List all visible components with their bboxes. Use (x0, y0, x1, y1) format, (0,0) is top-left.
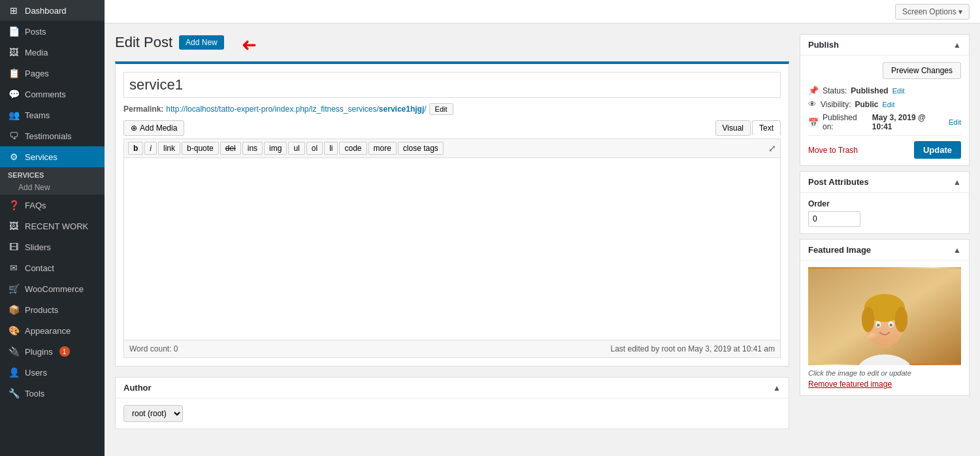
sidebar-item-faqs[interactable]: ❓ FAQs (0, 195, 105, 216)
status-edit-link[interactable]: Edit (892, 87, 905, 95)
calendar-icon: 📅 (808, 118, 819, 127)
sidebar-item-users[interactable]: 👤 Users (0, 362, 105, 383)
sidebar-item-pages[interactable]: 📋 Pages (0, 63, 105, 84)
dashboard-icon: ⊞ (8, 5, 20, 16)
sidebar-item-tools[interactable]: 🔧 Tools (0, 383, 105, 404)
expand-icon[interactable]: ⤢ (768, 143, 776, 154)
post-attributes-header[interactable]: Post Attributes ▲ (800, 172, 969, 193)
publish-box: Publish ▲ Preview Changes 📌 Status: Publ… (800, 34, 970, 166)
order-input[interactable] (808, 211, 860, 227)
published-date: May 3, 2019 @ 10:41 (872, 113, 945, 131)
sidebar-services-add-new[interactable]: Add New (0, 180, 105, 195)
ul-button[interactable]: ul (288, 142, 304, 155)
permalink-slug: service1hjgj (379, 105, 424, 114)
sidebar-item-label: Services (25, 152, 57, 162)
appearance-icon: 🎨 (8, 325, 20, 336)
move-to-trash-link[interactable]: Move to Trash (808, 146, 858, 155)
sidebar-item-label: Products (25, 305, 58, 315)
li-button[interactable]: li (324, 142, 338, 155)
visual-text-tabs: Visual Text (715, 120, 781, 136)
preview-changes-button[interactable]: Preview Changes (883, 62, 961, 79)
publish-collapse-icon: ▲ (953, 41, 961, 50)
faqs-icon: ❓ (8, 200, 20, 210)
text-editor-area[interactable] (123, 157, 781, 340)
preview-changes-row: Preview Changes (808, 62, 961, 79)
post-title-input[interactable] (123, 72, 781, 98)
featured-image-thumbnail[interactable] (808, 267, 961, 365)
bold-button[interactable]: b (128, 142, 143, 155)
services-icon: ⚙ (8, 152, 20, 162)
contact-icon: ✉ (8, 263, 20, 273)
products-icon: 📦 (8, 304, 20, 315)
sidebar-item-media[interactable]: 🖼 Media (0, 42, 105, 63)
remove-featured-image-link[interactable]: Remove featured image (808, 380, 961, 389)
ol-button[interactable]: ol (306, 142, 323, 155)
sidebar-item-label: Sliders (25, 242, 51, 252)
published-edit-link[interactable]: Edit (949, 118, 961, 126)
permalink-edit-button[interactable]: Edit (429, 103, 453, 115)
b-quote-button[interactable]: b-quote (182, 142, 219, 155)
sidebar-item-products[interactable]: 📦 Products (0, 299, 105, 320)
code-button[interactable]: code (339, 142, 367, 155)
link-button[interactable]: link (158, 142, 180, 155)
sidebar-item-label: Comments (25, 90, 66, 99)
page-title: Edit Post (115, 34, 172, 51)
screen-options-button[interactable]: Screen Options ▾ (895, 4, 970, 20)
svg-point-6 (895, 306, 908, 332)
sidebar-item-woocommerce[interactable]: 🛒 WooCommerce (0, 278, 105, 299)
visibility-label: Visibility: (821, 100, 851, 109)
more-button[interactable]: more (368, 142, 397, 155)
sidebar-item-label: Contact (25, 263, 54, 273)
featured-image-collapse-icon: ▲ (953, 246, 961, 255)
published-label: Published on: (823, 113, 868, 131)
del-button[interactable]: del (220, 142, 241, 155)
editor-toolbar: ⊕ Add Media Visual Text (123, 120, 781, 136)
svg-point-10 (889, 323, 892, 327)
sidebar-item-comments[interactable]: 💬 Comments (0, 84, 105, 105)
text-tab[interactable]: Text (752, 120, 781, 136)
word-count: Word count: 0 (129, 344, 178, 353)
sidebar-item-recent-work[interactable]: 🖼 RECENT WORK (0, 216, 105, 236)
sidebar-item-dashboard[interactable]: ⊞ Dashboard (0, 0, 105, 21)
ins-button[interactable]: ins (242, 142, 263, 155)
editor-status-bar: Word count: 0 Last edited by root on May… (123, 340, 781, 358)
add-new-button[interactable]: Add New (179, 35, 224, 50)
visibility-edit-link[interactable]: Edit (882, 101, 894, 108)
visual-tab[interactable]: Visual (715, 120, 751, 136)
sidebar-item-testimonials[interactable]: 🗨 Testimonials (0, 125, 105, 146)
sidebar: ⊞ Dashboard 📄 Posts 🖼 Media 📋 Pages 💬 Co… (0, 0, 105, 456)
media-plus-icon: ⊕ (131, 123, 137, 133)
content-area: Edit Post Add New ➜ Permalink: http://lo… (105, 24, 980, 456)
featured-image-box: Featured Image ▲ (800, 239, 970, 396)
sidebar-item-services[interactable]: ⚙ Services (0, 146, 105, 167)
sidebar-item-label: Media (25, 48, 48, 57)
img-button[interactable]: img (264, 142, 287, 155)
add-media-button[interactable]: ⊕ Add Media (123, 120, 184, 136)
publish-box-title: Publish (808, 40, 839, 50)
author-select[interactable]: root (root) (123, 405, 183, 422)
sidebar-item-posts[interactable]: 📄 Posts (0, 21, 105, 42)
close-tags-button[interactable]: close tags (398, 142, 444, 155)
featured-image-svg (808, 267, 961, 365)
sidebar-item-appearance[interactable]: 🎨 Appearance (0, 320, 105, 341)
svg-point-9 (877, 323, 880, 327)
media-icon: 🖼 (8, 47, 20, 57)
update-button[interactable]: Update (914, 141, 961, 159)
sidebar-item-contact[interactable]: ✉ Contact (0, 257, 105, 278)
status-icon: 📌 (808, 86, 819, 95)
testimonials-icon: 🗨 (8, 131, 20, 141)
author-box-header[interactable]: Author ▲ (116, 378, 789, 399)
format-buttons-row: b i link b-quote del ins img ul ol li co… (123, 138, 781, 157)
italic-button[interactable]: i (144, 142, 157, 155)
status-row: 📌 Status: Published Edit (808, 86, 961, 95)
comments-icon: 💬 (8, 89, 20, 99)
sidebar-item-sliders[interactable]: 🎞 Sliders (0, 236, 105, 257)
featured-image-body: Click the image to edit or update Remove… (800, 261, 969, 395)
author-box: Author ▲ root (root) (115, 377, 789, 429)
order-label: Order (808, 199, 961, 208)
publish-box-header[interactable]: Publish ▲ (800, 35, 969, 56)
permalink-url[interactable]: http://localhost/tatto-expert-pro/index.… (166, 105, 426, 114)
featured-image-header[interactable]: Featured Image ▲ (800, 240, 969, 261)
sidebar-item-plugins[interactable]: 🔌 Plugins 1 (0, 341, 105, 362)
sidebar-item-teams[interactable]: 👥 Teams (0, 105, 105, 125)
